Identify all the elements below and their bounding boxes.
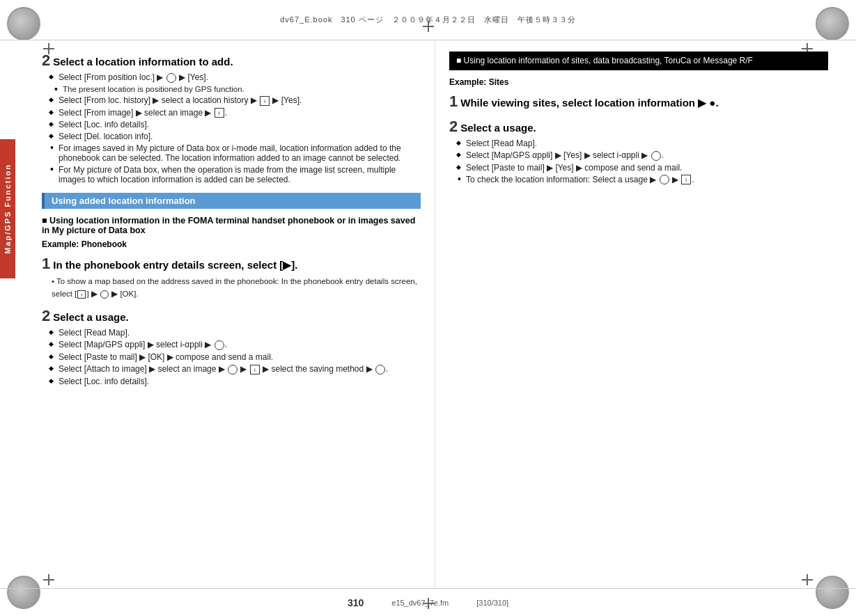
bullet-item: Select [Read Map]. [49, 328, 421, 338]
icon-i: i [250, 365, 260, 374]
bullet-item: Select [Read Map]. [456, 139, 828, 148]
right-step2-title: Select a usage. [460, 122, 536, 134]
center-cross-bottom [423, 598, 434, 609]
bullet-item: Select [Attach to image] ▶ select an ima… [49, 364, 421, 374]
right-step1-header: 1 While viewing sites, select location i… [449, 93, 828, 111]
right-example-label: Example: Sites [449, 77, 828, 87]
circle-icon [375, 365, 385, 374]
bullet-item: For images saved in My picture of Data b… [49, 143, 421, 163]
right-step2-number: 2 [449, 118, 458, 136]
step2-number: 2 [42, 52, 50, 70]
step2b-title: Select a usage. [53, 311, 128, 323]
bullet-item: Select [From position loc.] ▶ ▶ [Yes]. [49, 72, 421, 83]
right-step2-block: 2 Select a usage. Select [Read Map]. Sel… [449, 118, 828, 185]
bullet-item: Select [Loc. info details]. [49, 120, 421, 129]
step1-number: 1 [42, 255, 50, 273]
bullet-item: Select [Paste to mail] ▶ [OK] ▶ compose … [49, 352, 421, 362]
step1-block: 1 In the phonebook entry details screen,… [42, 255, 421, 300]
left-column: 2 Select a location information to add. … [21, 40, 435, 588]
circle-icon [215, 340, 224, 350]
bullet-item: To check the location information: Selec… [456, 175, 828, 185]
step1-note: • To show a map based on the address sav… [42, 276, 421, 300]
right-step1-title: While viewing sites, select location inf… [460, 97, 718, 109]
footer-pages: [310/310] [476, 599, 508, 607]
right-example-label-text: Example: Sites [449, 77, 508, 87]
bottom-bar: 310 e15_dv67_7e.fm [310/310] [0, 588, 856, 616]
bullet-item: Select [Loc. info details]. [49, 377, 421, 386]
circle-icon [651, 151, 661, 161]
step2-block: 2 Select a location information to add. … [42, 52, 421, 184]
header-text: dv67_E.book 310 ページ ２００９年４月２２日 水曜日 午後５時３… [280, 15, 576, 25]
step2b-bullet-list: Select [Read Map]. Select [Map/GPS αppli… [42, 328, 421, 386]
bullet-item: Select [From image] ▶ select an image ▶ … [49, 108, 421, 118]
circle-icon [228, 365, 238, 374]
sidebar-tab-label: Map/GPS Function [3, 164, 12, 254]
step2b-block: 2 Select a usage. Select [Read Map]. Sel… [42, 307, 421, 386]
icon-i-small: i [77, 290, 86, 299]
right-section-header: ■ Using location information of sites, d… [449, 52, 828, 70]
step2b-number: 2 [42, 307, 50, 325]
bullet-item: Select [Map/GPS αppli] ▶ select i-αppli … [49, 340, 421, 350]
icon-i: i [260, 96, 270, 106]
step2-title: Select a location information to add. [53, 56, 233, 68]
right-step1-block: 1 While viewing sites, select location i… [449, 93, 828, 111]
bullet-item: Select [Paste to mail] ▶ [Yes] ▶ compose… [456, 163, 828, 173]
circle-icon [166, 73, 176, 83]
circle-icon [660, 175, 669, 184]
sub-section-title: ■ Using location information in the FOMA… [42, 216, 421, 235]
right-step2-bullet-list: Select [Read Map]. Select [Map/GPS αppli… [449, 139, 828, 185]
right-column: ■ Using location information of sites, d… [435, 40, 842, 588]
example-label-text: Example: Phonebook [42, 239, 127, 249]
right-step1-number: 1 [449, 93, 458, 111]
step2-bullet-list: Select [From position loc.] ▶ ▶ [Yes]. T… [42, 72, 421, 184]
footer-filename: e15_dv67_7e.fm [391, 599, 449, 607]
icon-i: i [681, 175, 691, 184]
step2-header: 2 Select a location information to add. [42, 52, 421, 70]
right-section-header-text: ■ Using location information of sites, d… [456, 56, 753, 65]
bullet-item: The present location is positioned by GP… [49, 85, 421, 93]
step2b-header: 2 Select a usage. [42, 307, 421, 325]
bullet-item: Select [From loc. history] ▶ select a lo… [49, 95, 421, 106]
sidebar-tab: Map/GPS Function [0, 139, 15, 278]
step1-header: 1 In the phonebook entry details screen,… [42, 255, 421, 273]
circle-icon [100, 290, 109, 299]
right-step2-header: 2 Select a usage. [449, 118, 828, 136]
top-bar: dv67_E.book 310 ページ ２００９年４月２２日 水曜日 午後５時３… [0, 0, 856, 40]
section-header: Using added location information [42, 193, 421, 209]
example-label: Example: Phonebook [42, 239, 421, 249]
step1-title: In the phonebook entry details screen, s… [53, 259, 297, 271]
bullet-item: Select [Map/GPS αppli] ▶ [Yes] ▶ select … [456, 150, 828, 161]
main-content: 2 Select a location information to add. … [21, 40, 842, 588]
icon-i: i [215, 108, 224, 118]
page-number: 310 [348, 597, 364, 608]
bullet-item: Select [Del. location info]. [49, 132, 421, 141]
bullet-item: For My picture of Data box, when the ope… [49, 165, 421, 184]
